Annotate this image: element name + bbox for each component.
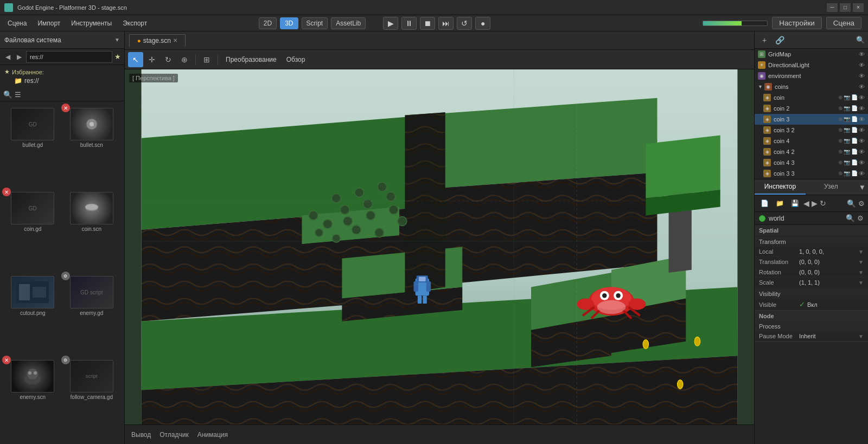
list-item[interactable]: ⚙ script follow_camera.gd xyxy=(63,358,120,440)
pause-mode-value[interactable]: Inherit xyxy=(799,333,856,339)
select-tool-btn[interactable]: ↖ xyxy=(128,52,143,67)
debugger-tab[interactable]: Отладчик xyxy=(159,429,188,441)
script-icon[interactable]: 📄 xyxy=(851,127,858,133)
minimize-btn[interactable]: ─ xyxy=(827,3,838,12)
eye-icon[interactable]: 👁 xyxy=(859,116,865,123)
insp-save-btn[interactable]: 💾 xyxy=(788,197,801,209)
camera-icon[interactable]: 📷 xyxy=(844,159,850,166)
assetlib-btn[interactable]: AssetLib xyxy=(331,17,366,29)
pause-dropdown[interactable]: ▼ xyxy=(858,333,864,339)
world-settings-btn[interactable]: ⚙ xyxy=(857,214,864,222)
script-icon[interactable]: 📄 xyxy=(851,105,858,112)
tree-item-coin[interactable]: ◈ coin ⊕ 📷 📄 👁 xyxy=(755,92,868,103)
camera-icon[interactable]: 📷 xyxy=(844,116,850,123)
record-btn[interactable]: ● xyxy=(475,17,490,30)
list-item[interactable]: ✕ enemy.scn xyxy=(4,358,61,440)
path-input[interactable] xyxy=(26,51,112,63)
script-icon[interactable]: 📄 xyxy=(851,138,858,144)
tree-item-gridmap[interactable]: ⊞ GridMap 👁 xyxy=(755,49,868,60)
eye-icon[interactable]: 👁 xyxy=(859,127,865,133)
scale-value[interactable]: (1, 1, 1) xyxy=(799,279,856,286)
menu-scene[interactable]: Сцена xyxy=(2,17,32,29)
list-item[interactable]: cutout.png xyxy=(4,274,61,356)
list-item[interactable]: ⚙ GD script enemy.gd xyxy=(63,274,120,356)
camera-icon[interactable]: 📷 xyxy=(844,127,850,133)
move-icon[interactable]: ⊕ xyxy=(838,105,843,112)
camera-icon[interactable]: 📷 xyxy=(844,105,850,112)
eye-icon[interactable]: 👁 xyxy=(859,83,865,90)
link-btn[interactable]: 🔗 xyxy=(773,34,786,47)
script-icon[interactable]: 📄 xyxy=(851,94,858,101)
viewport-canvas[interactable]: [ Перспектива ] xyxy=(125,69,754,424)
insp-refresh-btn[interactable]: ↻ xyxy=(820,199,826,208)
translation-dropdown[interactable]: ▼ xyxy=(858,259,864,265)
move-icon[interactable]: ⊕ xyxy=(838,138,843,144)
tab-close-btn[interactable]: ✕ xyxy=(173,37,177,43)
eye-icon[interactable]: 👁 xyxy=(859,94,865,101)
tree-item-coin3[interactable]: ◈ coin 3 ⊕ 📷 📄 👁 xyxy=(755,114,868,125)
world-search-btn[interactable]: 🔍 xyxy=(846,214,855,222)
tree-item-coin42[interactable]: ◈ coin 4 2 ⊕ 📷 📄 👁 xyxy=(755,146,868,157)
script-btn[interactable]: Script xyxy=(302,17,328,29)
eye-icon[interactable]: 👁 xyxy=(859,73,865,79)
camera-icon[interactable]: 📷 xyxy=(844,170,850,177)
insp-search-btn[interactable]: 🔍 xyxy=(847,200,856,208)
eye-icon[interactable]: 👁 xyxy=(859,62,865,68)
eye-icon[interactable]: 👁 xyxy=(859,105,865,112)
script-icon[interactable]: 📄 xyxy=(851,170,858,177)
maximize-btn[interactable]: □ xyxy=(840,3,851,12)
insp-settings-btn[interactable]: ⚙ xyxy=(858,200,865,208)
menu-tools[interactable]: Инструменты xyxy=(66,17,117,29)
insp-folder-btn[interactable]: 📁 xyxy=(773,197,786,209)
mode-2d-btn[interactable]: 2D xyxy=(259,17,277,29)
step-btn[interactable]: ⏭ xyxy=(438,17,454,30)
eye-icon[interactable]: 👁 xyxy=(859,159,865,166)
add-node-btn[interactable]: + xyxy=(758,34,771,47)
mode-3d-btn[interactable]: 3D xyxy=(280,17,298,29)
list-item[interactable]: ✕ GD coin.gd xyxy=(4,190,61,272)
move-icon[interactable]: ⊕ xyxy=(838,127,843,133)
tree-item-coin32[interactable]: ◈ coin 3 2 ⊕ 📷 📄 👁 xyxy=(755,125,868,136)
tree-item-dirlight[interactable]: ☀ DirectionalLight 👁 xyxy=(755,60,868,70)
transform-menu-btn[interactable]: Преобразование xyxy=(221,54,281,66)
animation-tab[interactable]: Анимация xyxy=(197,429,228,441)
insp-forward-btn[interactable]: ▶ xyxy=(812,199,818,208)
output-tab[interactable]: Вывод xyxy=(131,429,151,441)
move-tool-btn[interactable]: ✛ xyxy=(144,52,159,67)
tree-item-coin43[interactable]: ◈ coin 4 3 ⊕ 📷 📄 👁 xyxy=(755,157,868,168)
translation-value[interactable]: (0, 0, 0) xyxy=(799,259,856,265)
tree-item-env[interactable]: ◉ environment 👁 xyxy=(755,70,868,81)
move-icon[interactable]: ⊕ xyxy=(838,116,843,123)
tree-item-coin4[interactable]: ◈ coin 4 ⊕ 📷 📄 👁 xyxy=(755,136,868,146)
list-item[interactable]: ✕ bullet.scn xyxy=(63,106,120,188)
insp-file-btn[interactable]: 📄 xyxy=(758,197,771,209)
local-value[interactable]: 1, 0, 0, 0, xyxy=(799,248,856,255)
camera-icon[interactable]: 📷 xyxy=(844,138,850,144)
rotation-value[interactable]: (0, 0, 0) xyxy=(799,269,856,275)
script-icon[interactable]: 📄 xyxy=(851,116,858,123)
eye-icon[interactable]: 👁 xyxy=(859,170,865,177)
favorite-btn[interactable]: ★ xyxy=(114,53,121,61)
view-menu-btn[interactable]: Обзор xyxy=(282,54,310,66)
move-icon[interactable]: ⊕ xyxy=(838,149,843,155)
sidebar-dropdown[interactable]: ▼ xyxy=(114,37,120,43)
inspector-dropdown-btn[interactable]: ▼ xyxy=(857,179,868,195)
pause-btn[interactable]: ⏸ xyxy=(401,17,417,30)
eye-icon[interactable]: 👁 xyxy=(859,149,865,155)
menu-import[interactable]: Импорт xyxy=(32,17,66,29)
move-icon[interactable]: ⊕ xyxy=(838,159,843,166)
inspector-tab[interactable]: Инспектор xyxy=(755,179,806,195)
settings-btn[interactable]: Настройки xyxy=(772,17,821,29)
script-icon[interactable]: 📄 xyxy=(851,149,858,155)
scale-tool-btn[interactable]: ⊕ xyxy=(177,52,192,67)
tree-item-coin2[interactable]: ◈ coin 2 ⊕ 📷 📄 👁 xyxy=(755,103,868,114)
list-view-btn[interactable]: ☰ xyxy=(15,91,21,99)
tree-search-btn[interactable]: 🔍 xyxy=(856,36,865,44)
close-btn[interactable]: × xyxy=(853,3,864,12)
visible-check[interactable]: ✓ xyxy=(799,300,805,308)
stage-tab[interactable]: ● stage.scn ✕ xyxy=(129,34,186,47)
eye-icon[interactable]: 👁 xyxy=(859,51,865,57)
camera-icon[interactable]: 📷 xyxy=(844,149,850,155)
tree-item-coins[interactable]: ▼ ◉ coins 👁 xyxy=(755,81,868,92)
snap-tool-btn[interactable]: ⊞ xyxy=(199,52,214,67)
